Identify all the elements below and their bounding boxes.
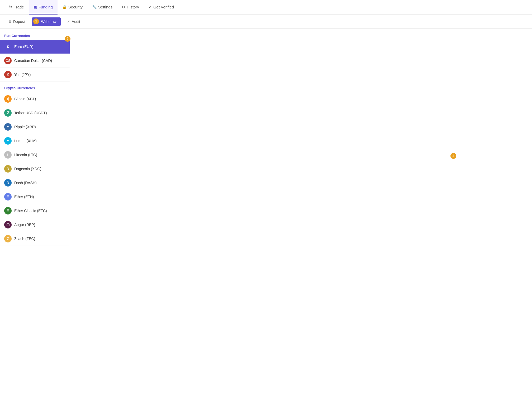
nav-label-get-verified: Get Verified xyxy=(153,5,174,9)
currency-icon-etc: Ξ xyxy=(4,207,12,214)
funding-icon: ▣ xyxy=(34,5,37,9)
currency-item-zec[interactable]: Z Zcash (ZEC) xyxy=(0,232,70,246)
currency-item-ltc[interactable]: Ł Litecoin (LTC) xyxy=(0,148,70,162)
audit-icon: ✓ xyxy=(67,20,70,24)
currency-label-usdt: Tether USD (USDT) xyxy=(14,111,47,115)
nav-label-funding: Funding xyxy=(39,5,53,9)
subnav-label-audit: Audit xyxy=(72,20,80,24)
currency-item-rep[interactable]: ⬡ Augur (REP) xyxy=(0,218,70,232)
nav-item-funding[interactable]: ▣Funding xyxy=(29,0,58,15)
trade-icon: ↻ xyxy=(9,5,12,9)
deposit-icon: ⬇ xyxy=(8,20,12,24)
main-layout: 2 Fiat Currencies € Euro (EUR) C$ Canadi… xyxy=(0,28,532,401)
currency-label-etc: Ether Classic (ETC) xyxy=(14,209,47,213)
history-icon: ⊙ xyxy=(122,5,125,9)
nav-label-trade: Trade xyxy=(14,5,24,9)
currency-item-etc[interactable]: Ξ Ether Classic (ETC) xyxy=(0,204,70,218)
currency-icon-xrp: ✦ xyxy=(4,123,12,131)
currency-label-xdg: Dogecoin (XDG) xyxy=(14,167,41,171)
nav-label-history: History xyxy=(127,5,139,9)
currency-item-xdg[interactable]: D Dogecoin (XDG) xyxy=(0,162,70,176)
currency-icon-eur: € xyxy=(4,43,12,50)
currency-icon-xbt: ₿ xyxy=(4,95,12,103)
get-verified-icon: ✓ xyxy=(149,5,152,9)
currency-icon-cad: C$ xyxy=(4,57,12,64)
nav-item-trade[interactable]: ↻Trade xyxy=(4,0,29,15)
currency-icon-rep: ⬡ xyxy=(4,221,12,228)
currency-label-xrp: Ripple (XRP) xyxy=(14,125,36,129)
currency-item-dash[interactable]: D Dash (DASH) xyxy=(0,176,70,190)
currency-icon-xdg: D xyxy=(4,165,12,173)
sidebar: 2 Fiat Currencies € Euro (EUR) C$ Canadi… xyxy=(0,28,70,401)
badge-2: 2 xyxy=(65,36,70,42)
currency-icon-xlm: ✦ xyxy=(4,137,12,145)
currency-icon-zec: Z xyxy=(4,235,12,242)
subnav-label-deposit: Deposit xyxy=(13,20,26,24)
currency-label-eur: Euro (EUR) xyxy=(14,45,33,49)
currency-item-xbt[interactable]: ₿ Bitcoin (XBT) xyxy=(0,92,70,106)
badge-1: 1 xyxy=(33,18,39,24)
currency-label-xbt: Bitcoin (XBT) xyxy=(14,97,36,101)
subnav-item-deposit[interactable]: ⬇Deposit xyxy=(4,17,30,26)
currency-item-eth[interactable]: Ξ Ether (ETH) xyxy=(0,190,70,204)
currency-label-zec: Zcash (ZEC) xyxy=(14,237,35,241)
currency-label-eth: Ether (ETH) xyxy=(14,195,34,199)
nav-item-history[interactable]: ⊙History xyxy=(117,0,144,15)
badge-3: 3 xyxy=(450,153,456,159)
main-content xyxy=(70,28,532,401)
currency-icon-jpy: ¥ xyxy=(4,71,12,78)
currency-icon-dash: D xyxy=(4,179,12,187)
currency-item-eur[interactable]: € Euro (EUR) xyxy=(0,40,70,54)
currency-item-xrp[interactable]: ✦ Ripple (XRP) xyxy=(0,120,70,134)
currency-icon-usdt: ₮ xyxy=(4,109,12,117)
nav-item-get-verified[interactable]: ✓Get Verified xyxy=(144,0,179,15)
top-nav: ↻Trade▣Funding🔒Security🔧Settings⊙History… xyxy=(0,0,532,15)
nav-item-security[interactable]: 🔒Security xyxy=(58,0,87,15)
currency-label-rep: Augur (REP) xyxy=(14,223,35,227)
currency-item-jpy[interactable]: ¥ Yen (JPY) xyxy=(0,68,70,82)
security-icon: 🔒 xyxy=(62,5,67,9)
nav-label-security: Security xyxy=(68,5,83,9)
currency-item-xlm[interactable]: ✦ Lumen (XLM) xyxy=(0,134,70,148)
subnav-item-audit[interactable]: ✓Audit xyxy=(63,17,84,26)
sub-nav: 1 ⬇Deposit↗Withdraw✓Audit xyxy=(0,15,532,28)
fiat-currencies-title: Fiat Currencies xyxy=(0,34,70,40)
currency-item-cad[interactable]: C$ Canadian Dollar (CAD) xyxy=(0,54,70,68)
nav-item-settings[interactable]: 🔧Settings xyxy=(87,0,117,15)
settings-icon: 🔧 xyxy=(92,5,97,9)
currency-icon-ltc: Ł xyxy=(4,151,12,159)
currency-label-cad: Canadian Dollar (CAD) xyxy=(14,59,52,63)
currency-icon-eth: Ξ xyxy=(4,193,12,200)
currency-label-xlm: Lumen (XLM) xyxy=(14,139,37,143)
currency-label-dash: Dash (DASH) xyxy=(14,181,37,185)
currency-label-ltc: Litecoin (LTC) xyxy=(14,153,37,157)
crypto-currencies-title: Crypto Currencies xyxy=(0,86,70,92)
subnav-label-withdraw: Withdraw xyxy=(41,20,56,24)
nav-label-settings: Settings xyxy=(98,5,112,9)
currency-item-usdt[interactable]: ₮ Tether USD (USDT) xyxy=(0,106,70,120)
currency-label-jpy: Yen (JPY) xyxy=(14,73,31,77)
